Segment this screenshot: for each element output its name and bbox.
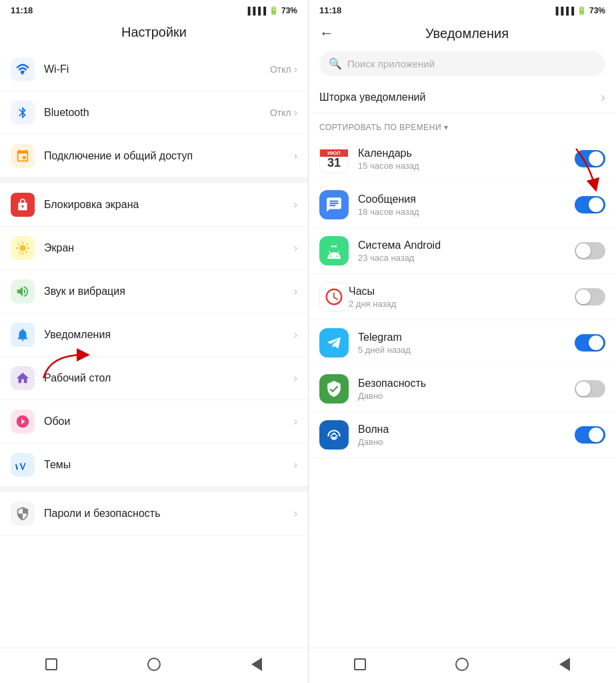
notifications-label: Уведомления [44,328,294,342]
notif-item-android[interactable]: Система Android 23 часа назад [309,228,616,274]
telegram-app-name: Telegram [358,331,575,344]
wifi-label-container: Wi-Fi [44,63,270,77]
wifi-label: Wi-Fi [44,63,270,77]
status-icons-right: ▐▐▐▐ 🔋 73% [553,6,605,15]
android-toggle[interactable] [575,242,605,259]
back-button[interactable]: ← [319,25,334,42]
settings-item-wifi[interactable]: Wi-Fi Откл › [0,48,308,91]
desktop-icon [11,366,35,390]
search-placeholder: Поиск приложений [347,58,435,69]
sound-meta: › [294,285,297,297]
display-label: Экран [44,241,294,255]
nav-back-right[interactable] [555,655,574,674]
settings-item-display[interactable]: Экран › [0,227,308,270]
nav-back-left[interactable] [247,655,266,674]
search-bar[interactable]: 🔍 Поиск приложений [319,51,605,76]
battery-pct-left: 73% [281,6,297,15]
notif-shade-row[interactable]: Шторка уведомлений › [309,81,616,113]
notifications-chevron: › [294,329,297,341]
themes-meta: › [294,459,297,471]
calendar-app-name: Календарь [358,147,575,159]
clock-app-info: Часы 2 дня назад [349,285,575,309]
settings-item-notifications[interactable]: Уведомления › [0,313,308,357]
notif-item-clock[interactable]: Часы 2 дня назад [309,274,616,320]
wifi-icon [11,57,35,81]
wallpaper-label: Обои [44,415,294,429]
settings-list: Wi-Fi Откл › Bluetooth Откл › [0,48,308,648]
desktop-label: Рабочий стол [44,372,294,386]
volna-toggle[interactable] [575,426,605,444]
wallpaper-label-container: Обои [44,415,294,429]
passwords-meta: › [294,508,297,520]
android-app-name: Система Android [358,239,575,251]
search-icon: 🔍 [329,57,342,70]
android-app-icon [319,236,349,265]
settings-item-bluetooth[interactable]: Bluetooth Откл › [0,91,308,135]
notif-item-calendar[interactable]: ИЮЛ 31 Календарь 15 часов назад [309,136,616,182]
notif-item-messages[interactable]: Сообщения 18 часов назад [309,182,616,228]
wallpaper-icon [11,410,35,434]
notif-item-security[interactable]: Безопасность Давно [309,366,616,412]
notif-shade-label: Шторка уведомлений [319,91,425,103]
display-meta: › [294,242,297,254]
connection-icon [11,144,35,168]
settings-item-lockscreen[interactable]: Блокировка экрана › [0,183,308,227]
settings-item-sound[interactable]: Звук и вибрация › [0,270,308,313]
messages-app-info: Сообщения 18 часов назад [358,193,575,217]
nav-square-right[interactable] [351,655,369,674]
messages-app-name: Сообщения [358,193,575,205]
calendar-app-info: Календарь 15 часов назад [358,147,575,171]
clock-app-name: Часы [349,285,575,297]
telegram-toggle-knob [589,335,603,350]
passwords-icon [11,502,35,526]
messages-toggle[interactable] [575,196,605,213]
themes-label-container: Темы [44,458,294,472]
left-phone: 11:18 ▐▐▐▐ 🔋 73% Настройки Wi-Fi Откл › [0,0,308,683]
security-app-icon [319,374,349,404]
notifications-meta: › [294,329,297,341]
right-phone: 11:18 ▐▐▐▐ 🔋 73% ← Уведомления 🔍 Поиск п… [308,0,616,683]
connection-label: Подключение и общий доступ [44,149,294,163]
separator-1 [0,178,308,183]
messages-app-time: 18 часов назад [358,207,575,217]
passwords-chevron: › [294,508,297,520]
nav-circle-right[interactable] [453,655,471,674]
notif-item-volna[interactable]: Волна Давно [309,412,616,458]
messages-app-icon [319,190,349,219]
wallpaper-chevron: › [294,416,297,428]
calendar-toggle[interactable] [575,150,605,167]
bottom-nav-right [309,648,616,683]
lockscreen-label-container: Блокировка экрана [44,198,294,212]
notif-title: Уведомления [345,26,589,41]
security-toggle[interactable] [575,380,605,398]
settings-item-connection[interactable]: Подключение и общий доступ › [0,135,308,178]
desktop-chevron: › [294,372,297,384]
battery-pct-right: 73% [589,6,605,15]
clock-toggle[interactable] [575,288,605,305]
nav-circle-left[interactable] [145,655,163,674]
telegram-toggle[interactable] [575,334,605,352]
lockscreen-chevron: › [294,199,297,211]
sound-chevron: › [294,285,297,297]
calendar-app-time: 15 часов назад [358,161,575,171]
messages-toggle-knob [589,197,603,212]
settings-item-passwords[interactable]: Пароли и безопасность › [0,492,308,536]
settings-item-desktop[interactable]: Рабочий стол › [0,357,308,400]
sort-label[interactable]: СОРТИРОВАТЬ ПО ВРЕМЕНИ ▾ [319,123,605,132]
signal-icon-right: ▐▐▐▐ [553,7,574,15]
settings-item-themes[interactable]: Темы › [0,444,308,487]
volna-toggle-knob [589,428,603,442]
nav-square-left[interactable] [42,655,61,674]
clock-toggle-knob [576,289,591,304]
settings-item-wallpaper[interactable]: Обои › [0,400,308,444]
time-right: 11:18 [319,5,341,15]
android-app-info: Система Android 23 часа назад [358,239,575,263]
battery-icon-right: 🔋 [577,6,587,15]
android-app-time: 23 часа назад [358,253,575,263]
security-app-info: Безопасность Давно [358,378,575,401]
display-chevron: › [294,242,297,254]
bluetooth-meta: Откл › [270,107,297,119]
clock-app-time: 2 дня назад [349,299,575,309]
passwords-label-container: Пароли и безопасность [44,507,294,521]
notif-item-telegram[interactable]: Telegram 5 дней назад [309,320,616,366]
